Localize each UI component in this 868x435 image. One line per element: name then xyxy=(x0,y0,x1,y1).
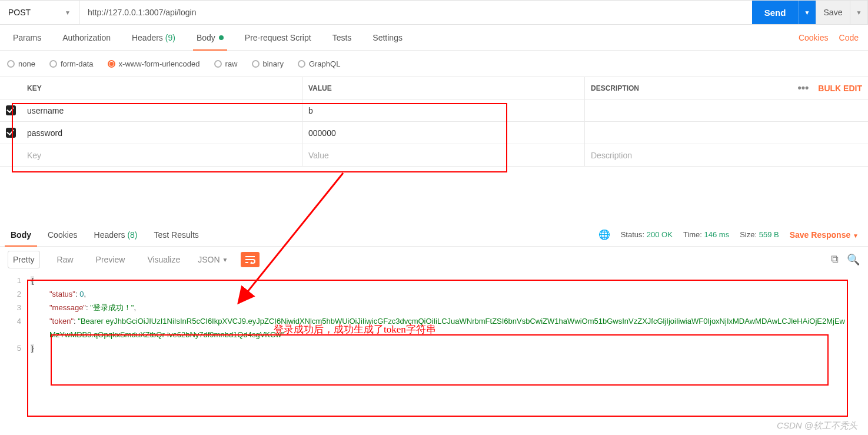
resp-tab-body[interactable]: Body xyxy=(2,223,39,246)
kv-key-input[interactable]: username xyxy=(21,99,302,121)
kv-row-new: Key Value Description xyxy=(0,144,868,167)
kv-header-key: Key xyxy=(21,77,302,99)
tab-prerequest[interactable]: Pre-request Script xyxy=(234,25,322,50)
view-preview[interactable]: Preview xyxy=(91,251,130,268)
kv-desc-input[interactable] xyxy=(585,99,868,121)
kv-key-input[interactable]: Key xyxy=(21,144,302,166)
response-meta: 🌐 Status: 200 OK Time: 146 ms Size: 559 … xyxy=(598,229,866,240)
kv-desc-input[interactable]: Description xyxy=(585,144,868,166)
caret-down-icon: ▼ xyxy=(856,9,862,16)
kv-row: username b xyxy=(0,99,868,122)
tab-settings[interactable]: Settings xyxy=(362,25,413,50)
radio-icon xyxy=(49,60,57,68)
radio-icon xyxy=(252,60,260,68)
view-pretty[interactable]: Pretty xyxy=(8,251,39,268)
method-value: POST xyxy=(8,8,31,17)
body-type-selector: none form-data x-www-form-urlencoded raw… xyxy=(0,51,868,77)
radio-icon xyxy=(214,60,222,68)
wrap-icon xyxy=(245,255,255,264)
kv-key-input[interactable]: password xyxy=(21,122,302,144)
tab-tests[interactable]: Tests xyxy=(322,25,363,50)
url-value: http://127.0.0.1:3007/api/login xyxy=(88,8,196,17)
more-icon[interactable]: ••• xyxy=(791,82,814,94)
status-meta: Status: 200 OK xyxy=(621,230,673,239)
kv-value-input[interactable]: 000000 xyxy=(302,122,585,144)
kv-header-row: Key Value Description ••• Bulk Edit xyxy=(0,77,868,99)
caret-down-icon: ▼ xyxy=(853,233,859,239)
watermark: CSDN @软工不秃头 xyxy=(777,420,857,431)
resp-tab-headers[interactable]: Headers (8) xyxy=(86,223,146,246)
radio-urlencoded[interactable]: x-www-form-urlencoded xyxy=(108,59,200,68)
radio-formdata[interactable]: form-data xyxy=(49,59,94,68)
tab-headers[interactable]: Headers (9) xyxy=(121,25,186,50)
save-response-link[interactable]: Save Response ▼ xyxy=(790,230,859,240)
kv-row: password 000000 xyxy=(0,122,868,144)
kv-table: Key Value Description ••• Bulk Edit user… xyxy=(0,77,868,167)
kv-header-value: Value xyxy=(302,77,585,99)
resp-tab-testresults[interactable]: Test Results xyxy=(146,223,207,246)
caret-down-icon: ▼ xyxy=(65,9,71,16)
radio-none[interactable]: none xyxy=(7,59,35,68)
tab-body-label: Body xyxy=(197,33,215,42)
view-raw[interactable]: Raw xyxy=(52,251,78,268)
send-button[interactable]: Send xyxy=(752,1,798,24)
tab-headers-label: Headers xyxy=(132,33,163,42)
tab-body[interactable]: Body xyxy=(186,25,234,50)
copy-icon[interactable]: ⧉ xyxy=(831,253,839,266)
tab-authorization[interactable]: Authorization xyxy=(52,25,121,50)
radio-icon xyxy=(7,60,15,68)
code-link[interactable]: Code xyxy=(839,33,859,42)
response-body[interactable]: 1{ 2"status": 0, 3"message": "登录成功！", 4"… xyxy=(7,273,861,367)
radio-icon xyxy=(298,60,305,68)
time-meta: Time: 146 ms xyxy=(683,230,729,239)
url-input[interactable]: http://127.0.0.1:3007/api/login xyxy=(79,1,752,24)
headers-count: (9) xyxy=(165,33,175,42)
method-selector[interactable]: POST ▼ xyxy=(0,1,79,24)
bulk-edit-link[interactable]: Bulk Edit xyxy=(818,84,862,93)
checkbox-icon[interactable] xyxy=(6,128,16,138)
cookies-link[interactable]: Cookies xyxy=(799,33,829,42)
wrap-lines-button[interactable] xyxy=(241,252,260,267)
resp-headers-count: (8) xyxy=(127,230,137,240)
dot-icon xyxy=(219,35,224,40)
annotation-text: 登录成功后，成功生成了token字符串 xyxy=(274,323,436,336)
right-links: Cookies Code xyxy=(799,33,866,42)
radio-icon xyxy=(108,60,115,68)
kv-value-input[interactable]: b xyxy=(302,99,585,121)
format-selector[interactable]: JSON ▼ xyxy=(198,255,228,264)
kv-header-desc: Description ••• Bulk Edit xyxy=(585,77,868,99)
save-caret-button[interactable]: ▼ xyxy=(850,1,867,24)
checkbox-icon[interactable] xyxy=(6,105,16,115)
kv-desc-input[interactable] xyxy=(585,122,868,144)
globe-icon[interactable]: 🌐 xyxy=(598,229,610,240)
send-button-group: Send ▼ Save ▼ xyxy=(752,1,867,24)
send-caret-button[interactable]: ▼ xyxy=(798,1,816,24)
view-visualize[interactable]: Visualize xyxy=(142,251,185,268)
request-bar: POST ▼ http://127.0.0.1:3007/api/login S… xyxy=(0,0,868,25)
view-right-icons: ⧉ 🔍 xyxy=(831,253,860,266)
radio-raw[interactable]: raw xyxy=(214,59,238,68)
request-tabs: Params Authorization Headers (9) Body Pr… xyxy=(0,25,868,51)
size-meta: Size: 559 B xyxy=(740,230,779,239)
response-view-bar: Pretty Raw Preview Visualize JSON ▼ ⧉ 🔍 xyxy=(0,247,868,273)
save-button[interactable]: Save xyxy=(816,1,850,24)
caret-down-icon: ▼ xyxy=(222,257,228,263)
caret-down-icon: ▼ xyxy=(804,9,810,16)
resp-tab-cookies[interactable]: Cookies xyxy=(39,223,86,246)
response-tabs: Body Cookies Headers (8) Test Results 🌐 … xyxy=(0,223,868,247)
kv-value-input[interactable]: Value xyxy=(302,144,585,166)
search-icon[interactable]: 🔍 xyxy=(847,253,860,266)
radio-graphql[interactable]: GraphQL xyxy=(298,59,340,68)
radio-binary[interactable]: binary xyxy=(252,59,284,68)
tab-params[interactable]: Params xyxy=(2,25,52,50)
